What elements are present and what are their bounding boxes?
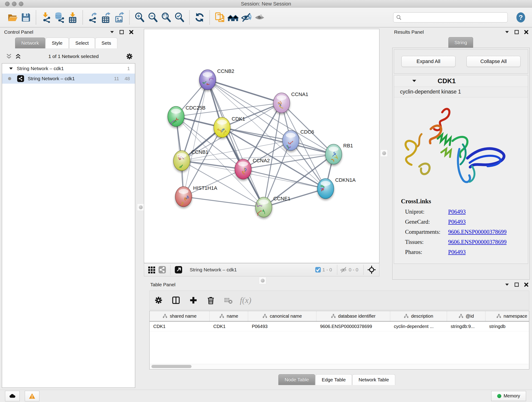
trash-icon bbox=[206, 296, 215, 305]
expand-all-icon[interactable] bbox=[15, 53, 22, 60]
show-columns-button[interactable] bbox=[170, 294, 182, 306]
tab-sets[interactable]: Sets bbox=[95, 38, 117, 48]
network-edge-CCNB2-RB1[interactable] bbox=[208, 80, 334, 154]
tab-select[interactable]: Select bbox=[69, 38, 95, 48]
show-all-button[interactable] bbox=[253, 10, 266, 25]
open-in-browser-button[interactable] bbox=[173, 264, 184, 275]
crosslink-link[interactable]: P06493 bbox=[448, 209, 466, 215]
help-button[interactable]: ? bbox=[515, 12, 526, 23]
title-bar: Session: New Session bbox=[0, 0, 532, 7]
float-panel-icon[interactable] bbox=[119, 30, 124, 35]
table-row[interactable]: CDK1CDK1P064939606.ENSP00000378699cyclin… bbox=[150, 322, 529, 332]
crosslink-link[interactable]: 9606.ENSP00000378699 bbox=[448, 239, 507, 245]
string-style-button[interactable] bbox=[157, 264, 167, 275]
float-panel-icon[interactable] bbox=[514, 30, 519, 35]
crosslink-link[interactable]: P06493 bbox=[448, 219, 466, 225]
panel-menu-icon[interactable] bbox=[505, 282, 510, 287]
column-header-shared-name[interactable]: shared name bbox=[150, 311, 210, 321]
network-node-CCNA1[interactable]: CCNA1 bbox=[273, 91, 308, 113]
fit-selected-button[interactable] bbox=[366, 264, 377, 275]
delete-column-button[interactable] bbox=[205, 294, 216, 306]
open-session-button[interactable] bbox=[6, 10, 19, 25]
zoom-in-button[interactable] bbox=[133, 10, 146, 25]
network-options-gear-icon[interactable] bbox=[126, 52, 133, 60]
column-header-namespace[interactable]: namespace bbox=[486, 311, 529, 321]
export-table-button[interactable] bbox=[99, 10, 113, 25]
network-node-RB1[interactable]: RB1 bbox=[325, 143, 353, 164]
close-panel-icon[interactable] bbox=[524, 282, 529, 287]
node-label-CCNB1: CCNB1 bbox=[191, 149, 209, 155]
network-edge-CCNA2-HIST1H1A[interactable] bbox=[184, 169, 243, 197]
entry-expander-icon[interactable] bbox=[412, 78, 417, 84]
node-highlight bbox=[171, 109, 181, 114]
network-collection-row[interactable]: String Network – cdk1 1 bbox=[2, 64, 135, 74]
network-node-CDC25B[interactable]: CDC25B bbox=[168, 105, 206, 127]
hide-selected-button[interactable] bbox=[240, 10, 253, 25]
panel-menu-icon[interactable] bbox=[505, 30, 510, 35]
refresh-button[interactable] bbox=[193, 10, 206, 25]
import-table-file-button[interactable] bbox=[66, 10, 79, 25]
network-node-CCNA2[interactable]: CCNA2 bbox=[235, 158, 270, 179]
clone-network-button[interactable] bbox=[213, 10, 226, 25]
selected-checkbox-icon[interactable] bbox=[315, 267, 321, 273]
tab-style[interactable]: Style bbox=[46, 38, 69, 48]
export-image-button[interactable] bbox=[113, 10, 126, 25]
crosslink-link[interactable]: 9606.ENSP00000378699 bbox=[448, 229, 507, 235]
crosslinks-title: CrossLinks bbox=[401, 198, 528, 205]
column-header-name[interactable]: name bbox=[210, 311, 248, 321]
collapse-all-button[interactable]: Collapse All bbox=[467, 56, 520, 67]
panel-menu-icon[interactable] bbox=[109, 30, 114, 35]
save-session-button[interactable] bbox=[19, 10, 32, 25]
left-splitter-grip[interactable] bbox=[137, 204, 144, 211]
table-options-button[interactable] bbox=[153, 294, 164, 306]
expand-all-button[interactable]: Expand All bbox=[401, 56, 456, 67]
network-node-HIST1H1A[interactable]: HIST1H1A bbox=[175, 185, 217, 207]
search-box[interactable] bbox=[393, 12, 508, 22]
column-header-at-id[interactable]: @id bbox=[447, 311, 486, 321]
network-canvas[interactable]: CCNB2CCNA1CDC25BCDK1CDC6RB1CCNB1CCNA2CDK… bbox=[144, 29, 380, 263]
network-node-CCNE1[interactable]: CCNE1 bbox=[255, 196, 291, 217]
float-panel-icon[interactable] bbox=[514, 282, 519, 287]
table-horizontal-scrollbar[interactable] bbox=[150, 364, 529, 369]
column-header-canonical-name[interactable]: canonical name bbox=[248, 311, 317, 321]
tab-edge-table[interactable]: Edge Table bbox=[316, 374, 352, 385]
delete-table-button[interactable] bbox=[222, 294, 234, 306]
table-cell: CDK1 bbox=[210, 322, 248, 331]
close-panel-icon[interactable] bbox=[524, 30, 529, 35]
export-network-button[interactable] bbox=[86, 10, 99, 25]
memory-button[interactable]: Memory bbox=[491, 391, 526, 401]
import-network-database-button[interactable] bbox=[53, 10, 66, 25]
right-splitter-grip[interactable] bbox=[380, 149, 388, 157]
table-panel: Table Panel f(x) shared namenamecanonica… bbox=[142, 281, 532, 389]
birdseye-view-button[interactable] bbox=[146, 264, 157, 275]
control-panel-title: Control Panel bbox=[4, 29, 33, 35]
import-network-file-button[interactable] bbox=[39, 10, 53, 25]
collection-expander-icon[interactable] bbox=[8, 66, 13, 71]
warnings-button[interactable] bbox=[25, 391, 39, 401]
network-edge-CCNE1-HIST1H1A[interactable] bbox=[184, 197, 264, 207]
zoom-out-button[interactable] bbox=[146, 10, 159, 25]
column-header-database-identifier[interactable]: database identifier bbox=[317, 311, 390, 321]
hidden-eye-slash-icon[interactable] bbox=[340, 266, 347, 274]
network-row[interactable]: String Network – cdk1 11 48 bbox=[2, 74, 135, 84]
zoom-selected-button[interactable] bbox=[173, 10, 186, 25]
tab-network-table[interactable]: Network Table bbox=[352, 374, 395, 385]
close-panel-icon[interactable] bbox=[129, 30, 134, 35]
tab-node-table[interactable]: Node Table bbox=[278, 374, 315, 385]
crosslinks-section: CrossLinks Uniprot:P06493GeneCard:P06493… bbox=[394, 198, 528, 255]
network-edge-CCNE1-CDKN1A[interactable] bbox=[264, 189, 326, 207]
tab-string[interactable]: String bbox=[448, 37, 473, 48]
scrollbar-thumb[interactable] bbox=[152, 365, 191, 368]
column-header-description[interactable]: description bbox=[390, 311, 447, 321]
tab-network[interactable]: Network bbox=[15, 38, 45, 48]
zoom-fit-button[interactable] bbox=[159, 10, 173, 25]
search-input[interactable] bbox=[402, 14, 507, 20]
network-node-CDKN1A[interactable]: CDKN1A bbox=[317, 177, 356, 199]
first-neighbors-button[interactable] bbox=[226, 10, 240, 25]
collapse-all-icon[interactable] bbox=[6, 53, 12, 60]
function-builder-button[interactable]: f(x) bbox=[240, 295, 251, 305]
crosslink-link[interactable]: P06493 bbox=[448, 249, 466, 255]
cloud-status-button[interactable] bbox=[5, 391, 20, 401]
create-column-button[interactable] bbox=[188, 294, 199, 306]
network-edge-CCNB2-CCNA1[interactable] bbox=[208, 80, 282, 103]
